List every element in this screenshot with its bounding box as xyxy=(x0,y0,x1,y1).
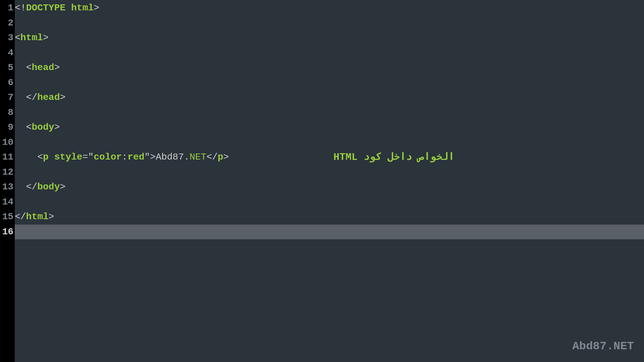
dot: . xyxy=(184,152,190,162)
punct: > xyxy=(150,152,156,162)
punct: < xyxy=(26,62,32,73)
attr-style: style xyxy=(54,152,83,162)
punct: > xyxy=(54,62,60,73)
line-number[interactable]: 8 xyxy=(0,105,15,120)
punct: > xyxy=(60,92,65,103)
line-number[interactable]: 13 xyxy=(0,180,15,195)
indent xyxy=(15,92,26,103)
indent xyxy=(15,122,26,132)
tag-html: html xyxy=(20,33,43,43)
annotation-label: الخواص داخل كود HTML xyxy=(333,150,454,165)
watermark: Abd87.NET xyxy=(572,340,634,353)
code-line[interactable]: </html> xyxy=(15,209,644,225)
line-number[interactable]: 10 xyxy=(0,135,15,150)
space xyxy=(49,152,54,162)
code-line[interactable] xyxy=(15,16,644,31)
quote: " xyxy=(88,152,94,162)
css-red: red xyxy=(127,152,144,162)
code-line[interactable] xyxy=(15,195,644,210)
code-line[interactable]: </head> xyxy=(15,90,644,105)
code-line[interactable] xyxy=(15,46,644,61)
line-number[interactable]: 4 xyxy=(0,46,15,61)
line-number[interactable]: 7 xyxy=(0,90,15,105)
colon: : xyxy=(122,152,127,162)
indent xyxy=(15,62,26,73)
punct: > xyxy=(223,152,229,162)
indent xyxy=(15,182,26,192)
punct: > xyxy=(94,3,99,13)
punct: > xyxy=(43,33,49,43)
tag-body: body xyxy=(37,182,60,192)
tag-p: p xyxy=(218,152,223,162)
quote: " xyxy=(145,152,150,162)
line-number-gutter: 1 2 3 4 5 6 7 8 9 10 11 12 13 14 15 16 xyxy=(0,0,15,362)
punct: < xyxy=(15,3,20,13)
indent xyxy=(15,152,37,162)
punct: > xyxy=(49,212,54,222)
code-line[interactable]: <html> xyxy=(15,31,644,46)
line-number[interactable]: 6 xyxy=(0,75,15,90)
tag-body: body xyxy=(32,122,54,132)
keyword-doctype: DOCTYPE xyxy=(26,3,66,13)
code-line[interactable] xyxy=(15,165,644,180)
code-line[interactable]: <!DOCTYPE html> xyxy=(15,1,644,16)
punct: </ xyxy=(26,182,38,192)
line-number[interactable]: 11 xyxy=(0,150,15,165)
punct: < xyxy=(26,122,32,132)
code-line[interactable] xyxy=(15,105,644,120)
keyword-html: html xyxy=(71,3,94,13)
punct: > xyxy=(54,122,60,132)
line-number[interactable]: 12 xyxy=(0,165,15,180)
line-number[interactable]: 2 xyxy=(0,16,15,31)
code-editor: 1 2 3 4 5 6 7 8 9 10 11 12 13 14 15 16 <… xyxy=(0,0,644,362)
punct: < xyxy=(37,152,43,162)
punct: </ xyxy=(26,92,38,103)
tag-p: p xyxy=(43,152,49,162)
text: NET xyxy=(190,152,206,162)
equals: = xyxy=(83,152,88,162)
code-area[interactable]: <!DOCTYPE html> <html> <head> </head> <b… xyxy=(15,0,644,362)
code-line[interactable] xyxy=(15,75,644,90)
punct: > xyxy=(60,182,65,192)
line-number[interactable]: 5 xyxy=(0,60,15,75)
line-number[interactable]: 3 xyxy=(0,31,15,46)
code-line[interactable]: <body> xyxy=(15,120,644,135)
punct: </ xyxy=(206,152,218,162)
line-number[interactable]: 14 xyxy=(0,195,15,210)
line-number[interactable]: 1 xyxy=(0,1,15,16)
text: Abd87 xyxy=(156,152,184,162)
css-color: color xyxy=(94,152,122,162)
tag-html: html xyxy=(26,212,49,222)
line-number[interactable]: 15 xyxy=(0,209,15,225)
tag-head: head xyxy=(32,62,54,73)
tag-head: head xyxy=(37,92,60,103)
line-number[interactable]: 9 xyxy=(0,120,15,135)
code-line[interactable]: <head> xyxy=(15,60,644,75)
space xyxy=(65,3,71,13)
punct: < xyxy=(15,33,20,43)
line-number[interactable]: 16 xyxy=(0,225,15,240)
punct: ! xyxy=(20,3,26,13)
code-line[interactable]: </body> xyxy=(15,180,644,195)
code-line[interactable] xyxy=(15,135,644,150)
punct: </ xyxy=(15,212,26,222)
code-line-current[interactable] xyxy=(15,225,644,240)
code-line[interactable]: <p style="color:red">Abd87.NET</p>الخواص… xyxy=(15,150,644,165)
